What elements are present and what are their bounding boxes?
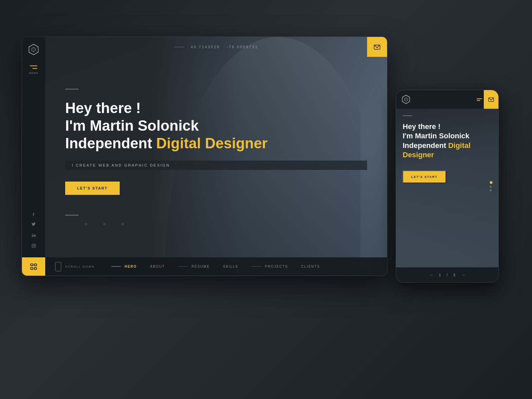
instagram-icon[interactable] (32, 244, 36, 249)
scroll-down-section: SCROLL DOWN (55, 262, 95, 271)
latitude: 40.7143528 (191, 45, 220, 49)
social-icons: f (22, 212, 45, 249)
bottom-nav-items: HERO ABOUT RESUME SKILLS PROJECTS CLIENT… (105, 265, 380, 268)
pagination-prev-arrow[interactable]: ← (429, 272, 434, 277)
sidebar-expand-button[interactable] (22, 257, 45, 276)
nav-label-about: ABOUT (150, 265, 165, 268)
menu-label: MENU (29, 71, 38, 74)
mobile-menu-line-1 (477, 98, 482, 99)
coord-line (174, 47, 184, 47)
nav-item-projects[interactable]: PROJECTS (245, 265, 295, 268)
sidebar-menu[interactable]: MENU (29, 66, 38, 74)
coordinates-display: 40.7143528 -76.0059731 (174, 45, 258, 49)
nav-item-skills[interactable]: SKILLS (216, 265, 245, 268)
pagination-current: 1 (439, 273, 441, 277)
pagination-separator: / (447, 273, 448, 277)
twitter-icon[interactable] (32, 222, 36, 228)
svg-rect-12 (34, 267, 37, 269)
mobile-dot-2 (490, 190, 491, 191)
pagination-total: 3 (453, 273, 456, 277)
hero-greeting: Hey there ! (65, 99, 367, 117)
nav-item-clients[interactable]: CLIENTS (295, 265, 327, 268)
svg-point-5 (32, 233, 33, 234)
desktop-mockup: MENU f (22, 37, 387, 276)
linkedin-icon[interactable] (32, 233, 36, 238)
hero-title-block: Hey there ! I'm Martin Solonick Independ… (65, 99, 367, 152)
sidebar-logo[interactable] (28, 44, 40, 56)
tagline-text: I CREATE WEB AND GRAPHIC DESIGN (72, 163, 170, 167)
nav-separator-line2 (252, 266, 261, 267)
svg-rect-11 (31, 267, 33, 269)
nav-label-resume: RESUME (192, 265, 210, 268)
nav-item-resume[interactable]: RESUME (172, 265, 216, 268)
hero-role-highlight: Digital Designer (156, 135, 268, 151)
decorative-line-top (65, 89, 78, 89)
svg-rect-10 (34, 264, 37, 266)
desktop-main-content: Hey there ! I'm Martin Solonick Independ… (45, 57, 387, 257)
mobile-main-content: Hey there ! I'm Martin Solonick Independ… (396, 109, 498, 183)
pagination-next-arrow[interactable]: → (461, 272, 465, 277)
nav-label-hero: HERO (125, 265, 137, 268)
svg-rect-6 (32, 244, 36, 248)
desktop-bottom-nav: SCROLL DOWN HERO ABOUT RESUME SKILLS PRO… (45, 257, 387, 276)
svg-point-7 (33, 245, 34, 247)
phone-icon (55, 262, 61, 271)
mobile-logo[interactable] (401, 95, 411, 104)
cta-button[interactable]: LET'S START (65, 182, 120, 195)
nav-label-clients: CLIENTS (301, 265, 320, 268)
mobile-hero-role: Independent Digital (403, 141, 492, 151)
menu-line-2 (33, 68, 37, 69)
scroll-down-label: SCROLL DOWN (65, 265, 95, 268)
desktop-topbar: 40.7143528 -76.0059731 (45, 37, 387, 57)
nav-active-line (111, 266, 121, 267)
hero-name: I'm Martin Solonick (65, 117, 367, 135)
hero-role: Independent Digital Designer (65, 135, 367, 152)
mobile-cta-button[interactable]: LET'S START (403, 171, 446, 183)
email-button[interactable] (367, 37, 387, 57)
mobile-role-highlight: Digital (448, 141, 470, 150)
longitude: -76.0059731 (227, 45, 258, 49)
nav-item-hero[interactable]: HERO (105, 265, 144, 268)
tagline-box: I CREATE WEB AND GRAPHIC DESIGN (65, 161, 367, 170)
mobile-mockup: MENU Hey there ! I'm Martin Solonick Ind… (396, 90, 499, 283)
facebook-icon[interactable]: f (33, 212, 34, 217)
svg-point-8 (34, 245, 35, 245)
mobile-decorative-line (403, 115, 412, 116)
mobile-menu-lines (477, 98, 482, 101)
nav-label-projects: PROJECTS (265, 265, 288, 268)
mobile-role-highlight2: Designer (403, 150, 492, 160)
menu-line-1 (30, 66, 37, 66)
mobile-role-prefix: Independent (403, 141, 448, 150)
desktop-sidebar: MENU f (22, 37, 45, 276)
mobile-hero-name: I'm Martin Solonick (403, 131, 492, 141)
nav-item-about[interactable]: ABOUT (144, 265, 172, 268)
mobile-email-button[interactable] (484, 90, 498, 109)
mobile-topbar: MENU (396, 90, 498, 109)
nav-separator-line (178, 266, 188, 267)
mobile-dot-active (490, 181, 492, 184)
mobile-dot-1 (490, 186, 491, 188)
svg-rect-9 (31, 264, 33, 266)
nav-label-skills: SKILLS (223, 265, 238, 268)
hero-role-prefix: Independent (65, 135, 156, 151)
mobile-hero-title-block: Hey there ! I'm Martin Solonick Independ… (403, 122, 492, 160)
mobile-hero-greeting: Hey there ! (403, 122, 492, 132)
mobile-bottom-pagination: ← 1 / 3 → (396, 267, 498, 282)
mobile-menu-line-2 (477, 100, 480, 101)
mobile-nav-dots (490, 181, 492, 191)
decorative-line-bottom (65, 215, 78, 215)
